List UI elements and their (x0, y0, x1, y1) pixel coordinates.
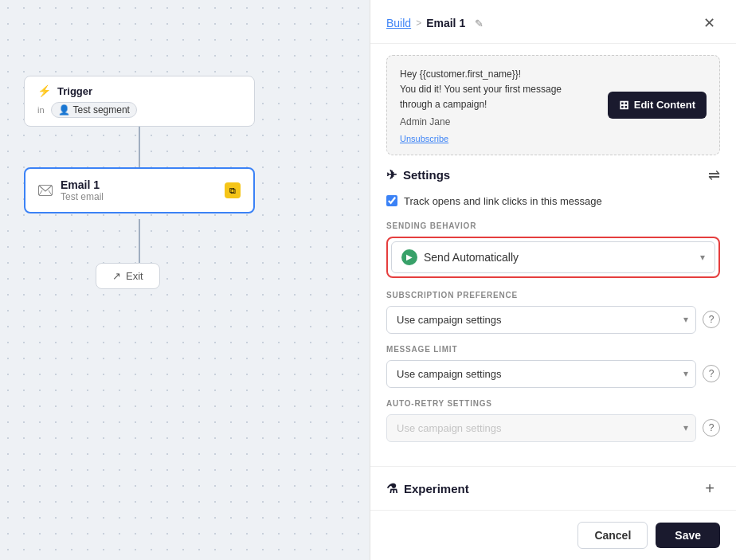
sending-chevron-icon: ▾ (700, 252, 705, 263)
auto-retry-wrapper: Use campaign settingsEnabledDisabled ▾ (386, 414, 696, 442)
right-panel: Build > Email 1 ✎ ✕ Hey {{customer.first… (370, 0, 736, 560)
sending-behavior-box: ▶ Send Automatically ▾ (386, 237, 720, 278)
preview-from: Admin Jane (400, 116, 569, 127)
message-limit-dropdown-row: Use campaign settingsNo limitCustom ▾ ? (386, 360, 720, 388)
edit-content-icon: ⊞ (619, 98, 629, 112)
email-node-subtitle: Test email (61, 191, 217, 202)
auto-retry-help-button[interactable]: ? (703, 419, 720, 437)
auto-retry-select: Use campaign settingsEnabledDisabled (386, 414, 696, 442)
auto-send-icon: ▶ (401, 249, 417, 265)
email-node[interactable]: Email 1 Test email ⧉ (24, 167, 255, 213)
experiment-add-button[interactable]: + (699, 478, 720, 499)
message-limit-help-button[interactable]: ? (703, 365, 720, 382)
experiment-icon: ⚗ (386, 481, 397, 496)
auto-retry-label: AUTO-RETRY SETTINGS (386, 399, 720, 408)
subscription-wrapper: Use campaign settingsAll subscribersSubs… (386, 306, 696, 334)
settings-label: Settings (403, 168, 450, 182)
exit-icon: ↗ (112, 270, 121, 282)
segment-badge[interactable]: 👤 Test segment (51, 102, 137, 118)
copy-icon: ⧉ (229, 186, 236, 196)
breadcrumb-current: Email 1 (426, 17, 465, 29)
preview-line2: You did it! You sent your first message … (400, 82, 569, 112)
auto-retry-section: AUTO-RETRY SETTINGS Use campaign setting… (386, 399, 720, 442)
email-node-title: Email 1 (61, 178, 217, 191)
message-limit-label: MESSAGE LIMIT (386, 345, 720, 354)
preview-line1: Hey {{customer.first_name}}! (400, 67, 569, 82)
settings-filter-icon[interactable]: ⇌ (708, 166, 720, 184)
breadcrumb-separator: > (416, 18, 421, 29)
edit-title-icon[interactable]: ✎ (475, 18, 483, 29)
settings-title: ✈ Settings (386, 167, 450, 182)
panel-footer: Cancel Save (370, 510, 736, 560)
panel-header: Build > Email 1 ✎ ✕ (370, 0, 736, 44)
settings-section-header: ✈ Settings ⇌ (386, 166, 720, 184)
canvas-area: ⚡ Trigger in 👤 Test segment Email 1 Test… (0, 0, 370, 560)
segment-name: Test segment (73, 104, 130, 116)
exit-node[interactable]: ↗ Exit (96, 263, 160, 289)
auto-retry-dropdown-row: Use campaign settingsEnabledDisabled ▾ ? (386, 414, 720, 442)
save-button[interactable]: Save (656, 523, 720, 548)
in-label: in (37, 105, 45, 115)
trigger-node: ⚡ Trigger in 👤 Test segment (24, 76, 255, 127)
edit-content-button[interactable]: ⊞ Edit Content (608, 92, 707, 119)
subscription-preference-select[interactable]: Use campaign settingsAll subscribersSubs… (386, 306, 696, 334)
experiment-section: ⚗ Experiment + (370, 466, 736, 510)
experiment-label: Experiment (404, 482, 469, 495)
settings-icon: ✈ (386, 167, 397, 182)
subscription-label: SUBSCRIPTION PREFERENCE (386, 291, 720, 300)
copy-badge: ⧉ (225, 182, 241, 198)
sending-behavior-value: Send Automatically (424, 251, 519, 264)
email-icon (38, 185, 53, 196)
exit-label: Exit (126, 270, 143, 282)
breadcrumb-build-link[interactable]: Build (386, 17, 411, 29)
track-opens-checkbox[interactable] (386, 195, 397, 206)
subscription-dropdown-row: Use campaign settingsAll subscribersSubs… (386, 306, 720, 334)
svg-line-5 (39, 190, 42, 195)
message-limit-section: MESSAGE LIMIT Use campaign settingsNo li… (386, 345, 720, 388)
edit-content-label: Edit Content (634, 99, 695, 111)
segment-icon: 👤 (58, 104, 70, 116)
svg-line-6 (49, 190, 52, 195)
breadcrumb: Build > Email 1 ✎ (386, 17, 483, 29)
message-limit-wrapper: Use campaign settingsNo limitCustom ▾ (386, 360, 696, 388)
subscription-help-button[interactable]: ? (703, 311, 720, 328)
settings-section: ✈ Settings ⇌ Track opens and link clicks… (370, 166, 736, 466)
track-opens-label: Track opens and link clicks in this mess… (404, 195, 602, 207)
cancel-button[interactable]: Cancel (577, 522, 648, 549)
email-preview: Hey {{customer.first_name}}! You did it!… (386, 55, 720, 155)
message-limit-select[interactable]: Use campaign settingsNo limitCustom (386, 360, 696, 388)
track-opens-row: Track opens and link clicks in this mess… (386, 195, 720, 207)
unsubscribe-link[interactable]: Unsubscribe (400, 134, 569, 143)
close-button[interactable]: ✕ (699, 13, 720, 33)
trigger-title: Trigger (57, 85, 92, 97)
sending-behavior-section: SENDING BEHAVIOR ▶ Send Automatically ▾ (386, 221, 720, 278)
sending-behavior-dropdown[interactable]: ▶ Send Automatically ▾ (391, 241, 715, 273)
subscription-preference-section: SUBSCRIPTION PREFERENCE Use campaign set… (386, 291, 720, 334)
email-node-content: Email 1 Test email (61, 178, 217, 202)
sending-behavior-label: SENDING BEHAVIOR (386, 221, 720, 230)
trigger-icon: ⚡ (37, 84, 51, 97)
experiment-title: ⚗ Experiment (386, 481, 469, 496)
